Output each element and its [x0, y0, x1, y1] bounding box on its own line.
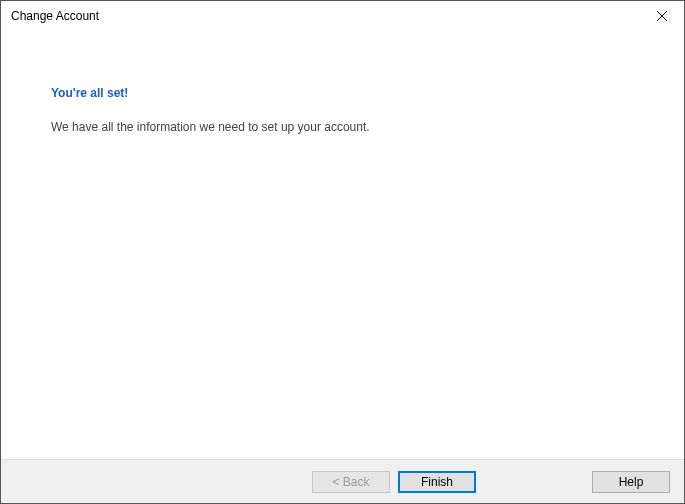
close-button[interactable] — [639, 1, 684, 31]
content-heading: You're all set! — [51, 86, 634, 100]
change-account-dialog: Change Account You're all set! We have a… — [0, 0, 685, 504]
titlebar: Change Account — [1, 1, 684, 31]
finish-button[interactable]: Finish — [398, 471, 476, 493]
help-button[interactable]: Help — [592, 471, 670, 493]
dialog-content: You're all set! We have all the informat… — [1, 31, 684, 459]
close-icon — [657, 11, 667, 21]
dialog-footer: < Back Finish Help — [1, 459, 684, 503]
dialog-title: Change Account — [11, 9, 99, 23]
content-description: We have all the information we need to s… — [51, 120, 634, 134]
back-button: < Back — [312, 471, 390, 493]
